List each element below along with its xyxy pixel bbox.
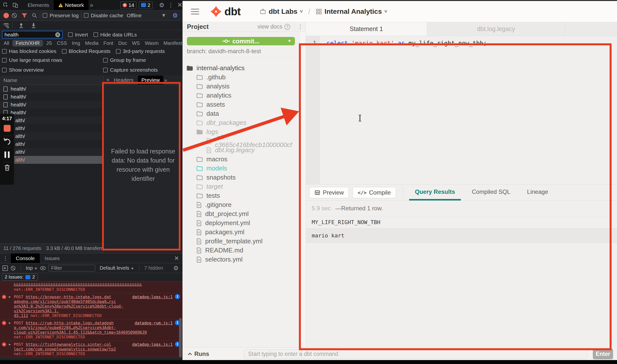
request-url[interactable]: https://browser-http-intake.logs.dat <box>26 295 111 299</box>
option-3rd-party-requests[interactable]: 3rd-party requests <box>116 48 165 54</box>
export-har-icon[interactable] <box>31 22 36 28</box>
request-url[interactable]: https://fishtownanalytics.sinter-col <box>26 342 111 347</box>
runs-toggle[interactable]: Runs <box>187 350 209 357</box>
record-icon[interactable] <box>3 13 9 18</box>
close-drawer-icon[interactable]: ✕ <box>174 255 179 262</box>
resource-filter-img[interactable]: Img <box>70 40 82 47</box>
eye-icon[interactable] <box>40 265 46 271</box>
tree-file-packages-yml[interactable]: packages.yml <box>182 228 300 237</box>
tree-file-gitignore[interactable]: .gitignore <box>182 200 300 209</box>
tree-folder-internal-analytics[interactable]: internal-analytics <box>182 64 300 73</box>
tree-folder-github[interactable]: .github <box>182 73 300 82</box>
option-use-large-request-rows[interactable]: Use large request rows <box>2 57 103 63</box>
console-sidebar-icon[interactable]: ▶ <box>2 265 8 271</box>
resource-filter-ws[interactable]: WS <box>130 40 142 47</box>
tab-elements[interactable]: Elements <box>23 0 54 10</box>
expand-triangle-icon[interactable]: ▶ <box>9 295 11 299</box>
info-icon[interactable]: i <box>175 294 180 299</box>
request-row[interactable]: alth/ <box>0 132 104 140</box>
invert-checkbox[interactable]: Invert <box>68 32 88 38</box>
resource-filter-doc[interactable]: Doc <box>116 40 129 47</box>
tree-file-selectors-yml[interactable]: selectors.yml <box>182 255 300 264</box>
project-switcher[interactable]: Internal Analytics ˅ <box>316 8 387 16</box>
close-devtools-icon[interactable]: ✕ <box>177 1 183 9</box>
resource-filter-css[interactable]: CSS <box>55 40 69 47</box>
dbt-command-input[interactable]: Start typing to enter a dbt command <box>244 349 587 359</box>
tab-issues[interactable]: Issues <box>40 253 65 263</box>
console-error-message[interactable]: ✕▶POST https://fishtownanalytics.sinter-… <box>0 341 182 358</box>
console-error-message[interactable]: ✕▶POST https://browser-http-intake.logs.… <box>0 293 182 319</box>
filter-funnel-icon[interactable] <box>21 13 28 18</box>
more-tabs-icon[interactable]: » <box>90 2 93 9</box>
throttling-select[interactable]: Offline ▼ <box>127 13 166 18</box>
pause-recording-button[interactable] <box>4 151 10 158</box>
tree-folder-data[interactable]: data <box>182 109 300 118</box>
request-url[interactable]: q.com/v1/input/pube02284…d%2Cservice%3Ad… <box>14 325 116 330</box>
tree-file-nf-c3665c416bfecb1000000cf[interactable]: .nf…c3665c416bfecb1000000cf <box>182 136 300 146</box>
request-row[interactable]: alth/ <box>0 116 104 124</box>
delete-recording-icon[interactable] <box>4 164 11 171</box>
request-row[interactable]: health/ <box>0 109 104 116</box>
settings-gear-icon[interactable]: ⚙ <box>159 2 164 9</box>
resource-filter-fetch-xhr[interactable]: Fetch/XHR <box>12 40 43 47</box>
source-link[interactable]: datadog-logs.js:1 <box>132 342 173 347</box>
dbt-logo-icon[interactable] <box>210 5 222 18</box>
stop-recording-button[interactable] <box>4 125 11 132</box>
network-conditions-icon[interactable] <box>3 22 10 28</box>
tree-file-profile-template-yml[interactable]: profile_template.yml <box>182 237 300 246</box>
issue-count-badge[interactable]: 2 <box>139 1 153 9</box>
clear-console-icon[interactable] <box>10 265 16 271</box>
tree-file-dbt-project-yml[interactable]: dbt_project.yml <box>182 209 300 218</box>
error-count-badge[interactable]: ✕ 14 <box>120 1 136 9</box>
tree-folder-snapshots[interactable]: snapshots <box>182 173 300 182</box>
editor-tab-statement-1[interactable]: Statement 1 <box>306 22 427 36</box>
tree-folder-target[interactable]: target <box>182 182 300 191</box>
tree-folder-assets[interactable]: assets <box>182 100 300 109</box>
resource-filter-all[interactable]: All <box>2 40 11 47</box>
device-toolbar-icon[interactable] <box>12 2 18 8</box>
tab-network[interactable]: Network <box>54 0 89 10</box>
network-filter-input[interactable]: health ✕ <box>2 31 63 38</box>
option-has-blocked-cookies[interactable]: Has blocked cookies <box>2 48 56 54</box>
tree-folder-dbt-packages[interactable]: dbt_packages <box>182 118 300 127</box>
log-levels-select[interactable]: Default levels ▼ <box>100 265 134 271</box>
request-row[interactable]: alth/ <box>0 140 104 148</box>
tree-folder-analytics[interactable]: analytics <box>182 91 300 100</box>
option-capture-screenshots[interactable]: Capture screenshots <box>103 67 180 73</box>
tree-folder-macros[interactable]: macros <box>182 155 300 164</box>
clear-filter-icon[interactable]: ✕ <box>55 32 60 37</box>
request-row[interactable]: alth/ <box>0 124 104 132</box>
console-error-message[interactable]: ✕▶POST https://rum-http-intake.logs.data… <box>0 319 182 341</box>
name-column-header[interactable]: Name <box>0 75 104 85</box>
hamburger-menu-icon[interactable] <box>191 7 199 16</box>
request-row[interactable]: health/ <box>0 101 104 109</box>
source-link[interactable]: datadog-rum.js:1 <box>135 321 173 325</box>
import-har-icon[interactable] <box>18 22 24 28</box>
preserve-log-checkbox[interactable]: Preserve log <box>43 13 79 18</box>
option-group-by-frame[interactable]: Group by frame <box>103 57 180 63</box>
inspect-icon[interactable] <box>3 2 9 8</box>
option-blocked-requests[interactable]: Blocked Requests <box>62 48 110 54</box>
account-switcher[interactable]: dbt Labs ˅ <box>260 8 303 16</box>
search-icon[interactable] <box>32 13 37 18</box>
editor-tab-dbt-log-legacy[interactable]: dbt.log.legacy <box>427 22 565 36</box>
commit-button[interactable]: commit... ▼ <box>187 37 295 45</box>
resource-filter-manifest[interactable]: Manifest <box>162 40 184 47</box>
option-show-overview[interactable]: Show overview <box>2 67 103 73</box>
resource-filter-js[interactable]: JS <box>44 40 54 47</box>
source-link[interactable]: datadog-logs.js:1 <box>132 295 173 299</box>
sidebar-kebab-menu-icon[interactable]: ⋮ <box>295 22 306 31</box>
request-url[interactable]: https://rum-http-intake.logs.datadogh <box>26 321 113 325</box>
console-scrollbar[interactable] <box>179 318 182 357</box>
tree-folder-tests[interactable]: tests <box>182 191 300 200</box>
request-url[interactable]: lect.com/com.snowplowanalytics.snowplow/… <box>14 347 116 351</box>
view-docs-link[interactable]: view docs ? <box>257 23 290 30</box>
chevron-down-icon[interactable]: ▼ <box>287 39 291 44</box>
resource-filter-media[interactable]: Media <box>83 40 100 47</box>
expand-triangle-icon[interactable]: ▶ <box>9 342 11 347</box>
disable-cache-checkbox[interactable]: Disable cache <box>84 13 123 18</box>
request-row[interactable]: health/ <box>0 85 104 93</box>
kebab-menu-icon[interactable]: ⋮ <box>2 255 8 262</box>
tree-file-deployment-yml[interactable]: deployment.yml <box>182 218 300 228</box>
console-error-message[interactable]: net::ERR_INTERNET_DISCONNECTED <box>0 281 182 293</box>
